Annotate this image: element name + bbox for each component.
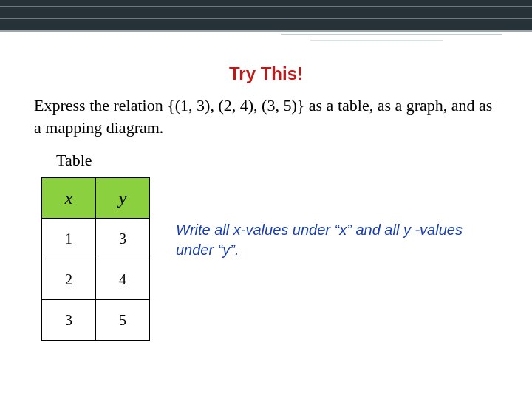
table-row: 2 4 xyxy=(42,259,150,300)
cell-x: 3 xyxy=(42,300,96,341)
cell-y: 3 xyxy=(96,219,150,259)
table-header-row: x y xyxy=(42,178,150,219)
slide-accent-lines xyxy=(0,30,532,49)
table-caption: Table xyxy=(56,151,92,170)
cell-x: 1 xyxy=(42,219,96,259)
slide-top-bar xyxy=(0,0,532,30)
table-row: 1 3 xyxy=(42,219,150,259)
col-header-x: x xyxy=(42,178,96,219)
problem-prompt: Express the relation {(1, 3), (2, 4), (3… xyxy=(34,95,498,138)
table-row: 3 5 xyxy=(42,300,150,341)
slide-title: Try This! xyxy=(0,64,532,84)
relation-table: x y 1 3 2 4 3 5 xyxy=(41,177,150,341)
cell-y: 4 xyxy=(96,259,150,300)
cell-y: 5 xyxy=(96,300,150,341)
cell-x: 2 xyxy=(42,259,96,300)
col-header-y: y xyxy=(96,178,150,219)
hint-text: Write all x-values under “x” and all y -… xyxy=(176,220,494,260)
slide: Try This! Express the relation {(1, 3), … xyxy=(0,0,532,399)
